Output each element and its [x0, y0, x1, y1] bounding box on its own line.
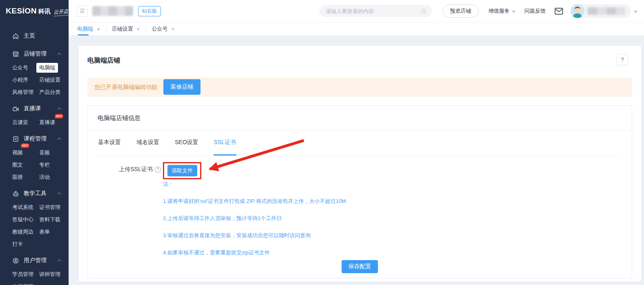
username-redacted	[588, 7, 625, 15]
store-switch-button[interactable]	[77, 6, 88, 17]
sidebar-item-student-manage[interactable]: 学员管理	[12, 268, 33, 281]
sidebar-item-material-download[interactable]: 资料下载	[39, 214, 60, 226]
sidebar-item-video[interactable]: 视频HOT	[12, 147, 23, 159]
plan-badge[interactable]: 钻石版	[138, 6, 161, 16]
sidebar-item-article[interactable]: 图文	[12, 159, 23, 171]
sidebar-item-offline-teaching[interactable]: 面授	[12, 171, 23, 183]
search-input[interactable]	[326, 8, 421, 14]
sidebar-item-forms[interactable]: 表单	[39, 226, 50, 238]
sidebar-item-cloud-classroom[interactable]: 云课堂	[12, 116, 28, 129]
sidebar-group-course-management[interactable]: 课程管理	[0, 131, 69, 147]
sidebar-item-shop-settings[interactable]: 店铺设置	[39, 74, 60, 86]
sidebar: KESION 科讯 云开店 主页 店铺管理 公众号 电脑端	[0, 0, 69, 285]
tab-basic-settings[interactable]: 基本设置	[98, 131, 121, 156]
sidebar-item-qa-center[interactable]: 答疑中心	[12, 214, 33, 226]
robot-icon	[12, 190, 19, 197]
sidebar-item-teaching-aids[interactable]: 教辅周边	[12, 226, 33, 238]
avatar	[570, 4, 584, 18]
ssl-upload-label: 上传SSL证书 ?	[98, 166, 161, 173]
user-circle-icon	[12, 257, 19, 264]
user-menu[interactable]	[570, 4, 631, 18]
shop-info-card: 电脑端店铺信息 基本设置 域名设置 SEO设置 SSL证书 上传SSL证书 ? …	[87, 105, 632, 278]
ssl-note-1: 1.请将申请好的'ssl'证书文件打包成 ZIP 格式的压缩包并上传，大小不超过…	[163, 198, 346, 205]
notice-text: 您已开通电脑端编辑功能	[94, 84, 157, 91]
nav-group-user-management: 用户管理 学员管理 讲师管理 分组管理	[0, 253, 69, 285]
ssl-note-4: 4.如果审核不通过，需要重新提交zip证书文件	[163, 249, 346, 256]
page-title: 电脑端店铺	[87, 56, 120, 65]
nav-group-shop-management: 店铺管理 公众号 电脑端 小程序 店铺设置 风格管理 产品分类	[0, 46, 69, 98]
close-icon[interactable]: ×	[171, 27, 174, 32]
sidebar-item-column[interactable]: 专栏	[39, 159, 50, 171]
annotation-box: 选取文件	[163, 162, 201, 179]
search-box[interactable]	[319, 5, 432, 17]
sidebar-item-mini-program[interactable]: 小程序	[12, 74, 28, 86]
sidebar-item-home[interactable]: 主页	[0, 28, 69, 44]
save-config-button[interactable]: 保存配置	[342, 260, 378, 273]
help-button[interactable]: ?	[617, 54, 628, 65]
sidebar-item-product-category[interactable]: 产品分类	[39, 86, 60, 98]
sidebar-item-style-manage[interactable]: 风格管理	[12, 86, 33, 98]
sidebar-item-pc-shop[interactable]: 电脑端	[39, 62, 58, 74]
sidebar-group-user-management[interactable]: 用户管理	[0, 253, 69, 268]
video-camera-icon	[12, 105, 19, 112]
brand-name-cn: 科讯	[38, 8, 51, 16]
chevron-up-icon	[57, 259, 61, 263]
decorate-shop-button[interactable]: 装修店铺	[163, 79, 201, 95]
store-name-redacted	[92, 6, 133, 16]
brand-name-en: KESION	[6, 7, 37, 16]
sidebar-item-exam-system[interactable]: 考试系统	[12, 201, 33, 214]
mail-icon	[555, 8, 563, 15]
notice-banner: 您已开通电脑端编辑功能 装修店铺	[87, 78, 632, 97]
nav-group-live-class: 直播课 云课堂 直播课HOT	[0, 101, 69, 129]
sidebar-item-group-manage[interactable]: 分组管理	[12, 281, 33, 285]
messages-button[interactable]	[555, 8, 563, 15]
chevron-up-icon	[57, 137, 61, 141]
close-icon[interactable]: ×	[137, 27, 140, 32]
bar-chart-icon	[79, 8, 85, 14]
tab-separator: |	[105, 26, 107, 32]
ssl-notes: 注： 1.请将申请好的'ssl'证书文件打包成 ZIP 格式的压缩包并上传，大小…	[163, 180, 346, 256]
sidebar-group-shop-management[interactable]: 店铺管理	[0, 46, 69, 62]
nav-group-course-management: 课程管理 视频HOT 音频 图文 专栏 面授 活动	[0, 131, 69, 183]
ssl-notes-title: 注：	[163, 180, 346, 188]
brand-slogan: 云开店	[53, 8, 68, 16]
settings-tabs: 基本设置 域名设置 SEO设置 SSL证书	[98, 131, 622, 156]
chevron-up-icon	[57, 52, 61, 56]
nav-group-teaching-tools: 教学工具 考试系统 证书管理 答疑中心 资料下载 教辅周边 表单 打卡	[0, 186, 69, 250]
card-title: 电脑端店铺信息	[88, 106, 632, 131]
close-icon[interactable]: ×	[97, 27, 100, 32]
window-tab-shop-settings[interactable]: 店铺设置 ×	[112, 22, 140, 36]
tab-ssl-certificate[interactable]: SSL证书	[214, 131, 236, 156]
home-icon	[12, 33, 19, 40]
app-root: { "brand": { "name_en": "KESION", "name_…	[0, 0, 644, 285]
topbar: 钻石版 预览店铺 增值服务 问题反馈	[69, 0, 644, 22]
tab-domain-settings[interactable]: 域名设置	[136, 131, 160, 156]
ssl-note-3: 3.审核通过后将直接为您安装，安装成功后您可以随时访问查询	[163, 232, 346, 239]
chevron-up-icon	[57, 192, 61, 196]
ssl-note-2: 2.上传后请等待工作人员审核，预计等待1个工作日	[163, 215, 346, 222]
preview-shop-button[interactable]: 预览店铺	[443, 4, 479, 18]
chevron-up-icon	[57, 107, 61, 111]
sidebar-nav: 主页 店铺管理 公众号 电脑端 小程序 店铺设置 风格管理 产品分类	[0, 22, 69, 285]
sidebar-item-live-course[interactable]: 直播课HOT	[39, 116, 55, 129]
sidebar-item-lecturer-manage[interactable]: 讲师管理	[39, 268, 60, 281]
clipboard-icon	[12, 136, 19, 142]
shop-icon	[12, 51, 19, 58]
hot-badge: HOT	[55, 114, 63, 118]
sidebar-item-audio[interactable]: 音频	[39, 147, 50, 159]
sidebar-group-teaching-tools[interactable]: 教学工具	[0, 186, 69, 201]
chevron-down-icon	[512, 9, 515, 12]
question-circle-icon[interactable]: ?	[155, 167, 161, 173]
sidebar-item-certificate-manage[interactable]: 证书管理	[39, 201, 60, 214]
window-tab-official-account[interactable]: 公众号 ×	[152, 22, 174, 36]
pc-shop-card: 电脑端店铺 ? 您已开通电脑端编辑功能 装修店铺 电脑端店铺信息 基本设置 域名…	[78, 46, 641, 282]
value-added-services-menu[interactable]: 增值服务	[488, 7, 515, 15]
feedback-menu[interactable]: 问题反馈	[524, 7, 546, 15]
brand-logo[interactable]: KESION 科讯 云开店	[0, 0, 69, 22]
sidebar-item-activity[interactable]: 活动	[39, 171, 50, 183]
select-file-button[interactable]: 选取文件	[167, 165, 197, 176]
sidebar-item-official-account[interactable]: 公众号	[12, 62, 28, 74]
window-tab-pc-shop[interactable]: 电脑端 ×	[77, 22, 100, 36]
sidebar-item-check-in[interactable]: 打卡	[12, 238, 23, 250]
tab-seo-settings[interactable]: SEO设置	[174, 131, 199, 156]
